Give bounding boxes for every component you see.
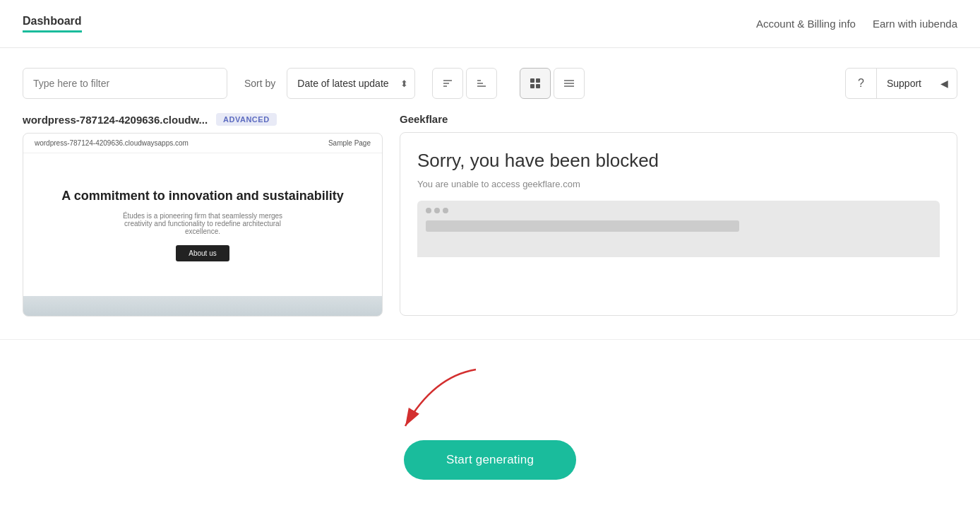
support-bar: ? Support ◀ bbox=[845, 68, 957, 99]
grid-icon bbox=[529, 77, 542, 90]
card-1-header: wordpress-787124-4209636.cloudw... ADVAN… bbox=[23, 113, 383, 126]
support-label[interactable]: Support bbox=[877, 78, 931, 89]
card-1-title: wordpress-787124-4209636.cloudw... bbox=[23, 114, 208, 126]
sort-select[interactable]: Date of latest update Name Date created bbox=[287, 68, 415, 99]
sort-label: Sort by bbox=[244, 78, 275, 89]
svg-rect-7 bbox=[536, 78, 540, 83]
card-1-nav-page: Sample Page bbox=[328, 139, 371, 147]
sort-select-wrap: Date of latest update Name Date created bbox=[287, 68, 415, 99]
red-arrow-annotation bbox=[363, 362, 504, 447]
filter-input[interactable] bbox=[23, 68, 227, 99]
link-account-billing[interactable]: Account & Billing info bbox=[756, 18, 856, 30]
browser-dot-2 bbox=[434, 208, 440, 213]
card-1: wordpress-787124-4209636.cloudw... ADVAN… bbox=[23, 113, 383, 317]
view-list-button[interactable] bbox=[554, 68, 585, 99]
card-1-heading: A commitment to innovation and sustainab… bbox=[61, 188, 343, 204]
list-icon bbox=[563, 77, 575, 90]
section-divider bbox=[0, 339, 980, 340]
sort-direction-group bbox=[432, 68, 497, 99]
header-right: Account & Billing info Earn with iubenda bbox=[756, 18, 957, 30]
card-2-preview[interactable]: Sorry, you have been blocked You are una… bbox=[400, 132, 957, 316]
card-2-subtext: You are unable to access geekflare.com bbox=[417, 179, 940, 189]
card-2-title: Geekflare bbox=[400, 113, 448, 125]
card-1-preview-content: wordpress-787124-4209636.cloudwaysapps.c… bbox=[23, 134, 382, 316]
card-1-body: A commitment to innovation and sustainab… bbox=[23, 153, 382, 296]
link-earn[interactable]: Earn with iubenda bbox=[873, 18, 957, 30]
support-question-icon[interactable]: ? bbox=[846, 68, 877, 99]
svg-rect-6 bbox=[530, 78, 534, 83]
card-2-header: Geekflare bbox=[400, 113, 957, 125]
sort-desc-icon bbox=[475, 77, 488, 90]
header: Dashboard Account & Billing info Earn wi… bbox=[0, 0, 980, 48]
header-left: Dashboard bbox=[23, 15, 82, 33]
browser-dot-1 bbox=[426, 208, 431, 213]
browser-url-bar bbox=[426, 220, 739, 232]
tab-dashboard[interactable]: Dashboard bbox=[23, 15, 82, 33]
browser-dot-3 bbox=[443, 208, 448, 213]
card-1-nav: wordpress-787124-4209636.cloudwaysapps.c… bbox=[23, 134, 382, 153]
cards-grid: wordpress-787124-4209636.cloudw... ADVAN… bbox=[23, 113, 957, 317]
card-1-footer-bar bbox=[23, 296, 382, 316]
card-2-preview-content: Sorry, you have been blocked You are una… bbox=[400, 133, 957, 315]
card-1-cta-btn: About us bbox=[176, 245, 229, 261]
card-1-preview[interactable]: wordpress-787124-4209636.cloudwaysapps.c… bbox=[23, 133, 383, 317]
toolbar: Sort by Date of latest update Name Date … bbox=[0, 48, 980, 113]
sort-asc-icon bbox=[441, 77, 454, 90]
svg-rect-9 bbox=[536, 84, 540, 88]
sort-asc-button[interactable] bbox=[432, 68, 463, 99]
bottom-section: Start generating bbox=[0, 362, 980, 508]
card-2: Geekflare Sorry, you have been blocked Y… bbox=[400, 113, 957, 317]
view-toggle-group bbox=[520, 68, 585, 99]
view-grid-button[interactable] bbox=[520, 68, 551, 99]
browser-dots bbox=[417, 201, 940, 220]
card-1-badge: ADVANCED bbox=[216, 113, 277, 126]
card-2-browser-mock bbox=[417, 201, 940, 257]
card-1-subtext: Études is a pioneering firm that seamles… bbox=[111, 212, 294, 235]
svg-rect-8 bbox=[530, 84, 534, 88]
support-chevron-icon[interactable]: ◀ bbox=[931, 68, 957, 99]
sort-desc-button[interactable] bbox=[466, 68, 497, 99]
main-content: wordpress-787124-4209636.cloudw... ADVAN… bbox=[0, 113, 980, 317]
card-2-heading: Sorry, you have been blocked bbox=[417, 150, 940, 172]
card-1-nav-url: wordpress-787124-4209636.cloudwaysapps.c… bbox=[35, 139, 189, 147]
